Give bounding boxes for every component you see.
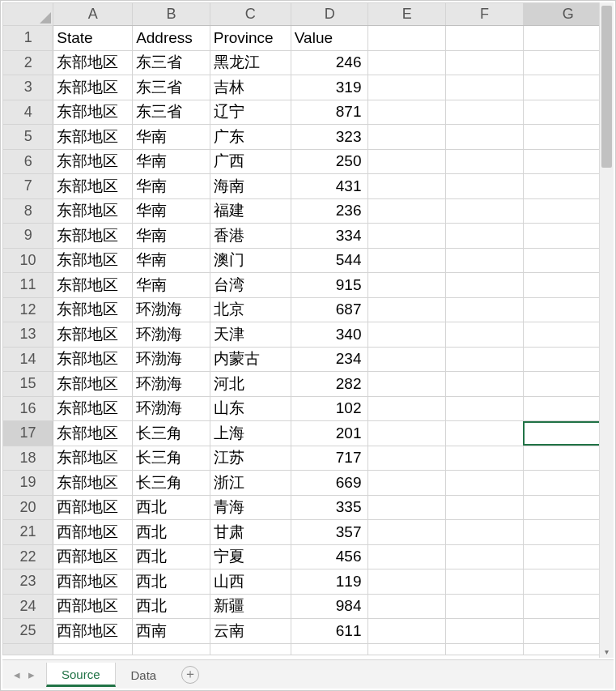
cell-E2[interactable]	[368, 50, 446, 75]
cell-E3[interactable]	[368, 75, 446, 100]
cell-D17[interactable]: 201	[291, 421, 368, 446]
row-header-1[interactable]: 1	[3, 26, 53, 51]
sheet-tab-data[interactable]: Data	[116, 663, 172, 687]
cell-B5[interactable]: 华南	[133, 125, 210, 150]
cell-A9[interactable]: 东部地区	[53, 224, 133, 249]
cell-F25[interactable]	[446, 619, 524, 644]
cell-E17[interactable]	[368, 421, 446, 446]
cell-D3[interactable]: 319	[291, 75, 368, 100]
cell-A13[interactable]: 东部地区	[53, 322, 133, 348]
cell-E12[interactable]	[368, 297, 446, 322]
cell-E13[interactable]	[368, 322, 446, 348]
cell-C25[interactable]: 云南	[210, 619, 291, 644]
cell-F13[interactable]	[446, 322, 524, 348]
cell-D21[interactable]: 357	[291, 520, 368, 545]
cell-F12[interactable]	[446, 297, 524, 322]
row-header-14[interactable]: 14	[3, 347, 53, 372]
row-header-7[interactable]: 7	[3, 174, 53, 199]
row-header-16[interactable]: 16	[3, 396, 53, 421]
row-header-8[interactable]: 8	[3, 198, 53, 224]
cell-C20[interactable]: 青海	[210, 495, 291, 520]
cell-E1[interactable]	[368, 26, 446, 51]
cell-D10[interactable]: 544	[291, 248, 368, 273]
column-header-E[interactable]: E	[368, 3, 446, 26]
cell-F22[interactable]	[446, 544, 524, 569]
cell-B15[interactable]: 环渤海	[133, 372, 210, 397]
cell-B22[interactable]: 西北	[133, 544, 210, 569]
cell-B11[interactable]: 华南	[133, 273, 210, 298]
cell-F7[interactable]	[446, 174, 524, 199]
cell-E6[interactable]	[368, 149, 446, 174]
cell-F16[interactable]	[446, 396, 524, 421]
tab-prev-icon[interactable]: ◂	[14, 668, 20, 682]
cell-F1[interactable]	[446, 26, 524, 51]
cell-B3[interactable]: 东三省	[133, 75, 210, 100]
cell-D15[interactable]: 282	[291, 372, 368, 397]
cell-C18[interactable]: 江苏	[210, 446, 291, 471]
cell-F9[interactable]	[446, 224, 524, 249]
cell-D9[interactable]: 334	[291, 224, 368, 249]
cell-C8[interactable]: 福建	[210, 198, 291, 224]
cell-C15[interactable]: 河北	[210, 372, 291, 397]
cell-F17[interactable]	[446, 421, 524, 446]
cell-D4[interactable]: 871	[291, 100, 368, 125]
cell-B9[interactable]: 华南	[133, 224, 210, 249]
cell-C13[interactable]: 天津	[210, 322, 291, 348]
cell-F3[interactable]	[446, 75, 524, 100]
add-sheet-button[interactable]: ＋	[181, 666, 199, 684]
cell-A25[interactable]: 西部地区	[53, 619, 133, 644]
cell-D13[interactable]: 340	[291, 322, 368, 348]
cell-A2[interactable]: 东部地区	[53, 50, 133, 75]
cell-C23[interactable]: 山西	[210, 569, 291, 595]
cell-C7[interactable]: 海南	[210, 174, 291, 199]
cell-E9[interactable]	[368, 224, 446, 249]
scroll-down-arrow-icon[interactable]: ▾	[600, 645, 614, 658]
cell-C21[interactable]: 甘肃	[210, 520, 291, 545]
cell-E21[interactable]	[368, 520, 446, 545]
row-header-6[interactable]: 6	[3, 149, 53, 174]
cell-F20[interactable]	[446, 495, 524, 520]
cell-A6[interactable]: 东部地区	[53, 149, 133, 174]
cell-D1[interactable]: Value	[291, 26, 368, 51]
cell-E19[interactable]	[368, 471, 446, 496]
cell-A24[interactable]: 西部地区	[53, 594, 133, 619]
cell-E5[interactable]	[368, 125, 446, 150]
cell-E25[interactable]	[368, 619, 446, 644]
cell-E16[interactable]	[368, 396, 446, 421]
row-header-2[interactable]: 2	[3, 50, 53, 75]
sheet-tab-source[interactable]: Source	[46, 663, 116, 687]
cell-C24[interactable]: 新疆	[210, 594, 291, 619]
cell-A15[interactable]: 东部地区	[53, 372, 133, 397]
cell-E24[interactable]	[368, 594, 446, 619]
cell-F23[interactable]	[446, 569, 524, 595]
cell-D14[interactable]: 234	[291, 347, 368, 372]
row-header-15[interactable]: 15	[3, 372, 53, 397]
cell-C11[interactable]: 台湾	[210, 273, 291, 298]
cell-C16[interactable]: 山东	[210, 396, 291, 421]
cell-B18[interactable]: 长三角	[133, 446, 210, 471]
cell-F18[interactable]	[446, 446, 524, 471]
cell-F10[interactable]	[446, 248, 524, 273]
cell-C14[interactable]: 内蒙古	[210, 347, 291, 372]
column-header-A[interactable]: A	[53, 3, 133, 26]
cell-A12[interactable]: 东部地区	[53, 297, 133, 322]
row-header-25[interactable]: 25	[3, 619, 53, 644]
tab-next-icon[interactable]: ▸	[28, 668, 35, 682]
cell-A23[interactable]: 西部地区	[53, 569, 133, 595]
cell-C12[interactable]: 北京	[210, 297, 291, 322]
row-header-23[interactable]: 23	[3, 569, 53, 595]
row-header-19[interactable]: 19	[3, 471, 53, 496]
row-header-11[interactable]: 11	[3, 273, 53, 298]
cell-C17[interactable]: 上海	[210, 421, 291, 446]
cell-D18[interactable]: 717	[291, 446, 368, 471]
cell-F11[interactable]	[446, 273, 524, 298]
row-header-22[interactable]: 22	[3, 544, 53, 569]
cell-A8[interactable]: 东部地区	[53, 198, 133, 224]
cell-F6[interactable]	[446, 149, 524, 174]
row-header-20[interactable]: 20	[3, 495, 53, 520]
cell-A14[interactable]: 东部地区	[53, 347, 133, 372]
cell-B17[interactable]: 长三角	[133, 421, 210, 446]
cell-D19[interactable]: 669	[291, 471, 368, 496]
cell-A1[interactable]: State	[53, 26, 133, 51]
cell-C6[interactable]: 广西	[210, 149, 291, 174]
